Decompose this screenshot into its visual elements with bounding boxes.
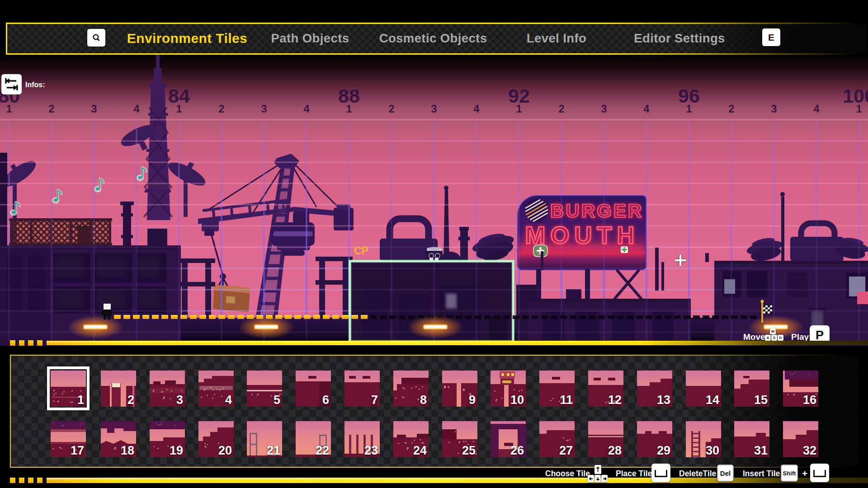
svg-text:88: 88 — [338, 85, 360, 107]
svg-text:3: 3 — [431, 103, 437, 115]
svg-text:3: 3 — [91, 103, 97, 115]
svg-text:4: 4 — [303, 103, 310, 115]
svg-text:92: 92 — [508, 85, 530, 107]
svg-text:2: 2 — [388, 103, 394, 115]
svg-text:4: 4 — [473, 103, 480, 115]
svg-text:CP: CP — [354, 245, 368, 257]
svg-text:2: 2 — [558, 103, 564, 115]
svg-text:2: 2 — [728, 103, 734, 115]
svg-text:BURGER: BURGER — [550, 200, 643, 221]
svg-text:4: 4 — [643, 103, 650, 115]
svg-text:3: 3 — [771, 103, 777, 115]
svg-text:3: 3 — [601, 103, 607, 115]
svg-text:84: 84 — [168, 85, 190, 107]
svg-text:4: 4 — [133, 103, 140, 115]
svg-text:96: 96 — [678, 85, 700, 107]
svg-text:3: 3 — [261, 103, 267, 115]
svg-text:MOUTH: MOUTH — [525, 221, 640, 249]
svg-text:2: 2 — [48, 103, 54, 115]
svg-text:4: 4 — [813, 103, 820, 115]
svg-text:2: 2 — [218, 103, 224, 115]
svg-text:100: 100 — [843, 85, 868, 107]
